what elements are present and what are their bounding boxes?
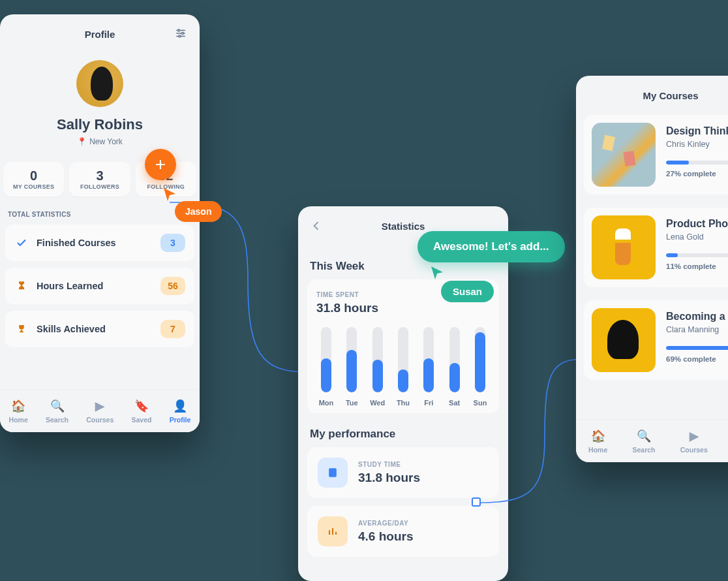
svg-point-5 [179,35,181,37]
tab-search[interactable]: 🔍Search [632,429,655,454]
progress-percent-label: 27% complete [666,170,728,178]
avatar[interactable] [76,60,123,107]
bar-fri[interactable]: Fri [419,327,438,407]
tab-courses[interactable]: ▶Courses [86,399,114,424]
bar-label: Wed [370,399,385,407]
bar-label: Sat [449,399,460,407]
stat-row-hours-learned[interactable]: Hours Learned 56 [5,268,194,304]
my-courses-screen: My Courses Design ThinkingChris Kinley27… [576,76,728,462]
home-icon: 🏠 [11,399,25,413]
cursor-icon [162,187,177,202]
course-author: Chris Kinley [666,140,728,149]
course-title: Becoming a Photographer [666,311,728,322]
comment-bubble[interactable]: Awesome! Let's add... [417,231,565,262]
course-row[interactable]: Product PhotographyLena Gold11% complete [584,208,728,287]
bar-chart-icon [318,516,348,546]
course-thumbnail [592,308,656,372]
course-title: Product Photography [666,218,728,230]
home-icon: 🏠 [591,429,605,443]
perf-row-average-day[interactable]: AVERAGE/DAY 4.6 hours [307,506,499,557]
bar-fill [423,358,434,392]
bookmark-icon: 🔖 [134,399,149,413]
courses-header: My Courses [576,76,728,115]
profile-header: Profile [0,14,200,54]
bar-mon[interactable]: Mon [316,327,336,407]
tab-saved[interactable]: 🔖Saved [132,399,152,424]
page-title: Statistics [382,221,425,232]
weekly-bar-chart: MonTueWedThuFriSatSun [316,328,490,407]
bar-wed[interactable]: Wed [368,327,387,407]
page-title: My Courses [643,90,698,101]
bar-label: Tue [346,399,358,407]
bar-track [372,327,383,392]
perf-row-study-time[interactable]: STUDY TIME 31.8 hours [307,447,499,498]
bar-fill [449,363,460,392]
time-spent-value: 31.8 hours [316,301,490,315]
play-icon: ▶ [690,429,699,443]
plus-icon: + [155,155,166,174]
stat-row-finished-courses[interactable]: Finished Courses 3 [5,225,194,261]
tab-courses[interactable]: ▶Courses [680,429,708,454]
section-title-my-performance: My performance [310,428,496,441]
tab-profile[interactable]: 👤Profile [170,399,191,424]
course-title: Design Thinking [666,125,728,137]
connector-line [170,202,313,379]
add-button[interactable]: + [145,149,176,180]
course-thumbnail [592,123,656,187]
back-arrow-icon[interactable] [310,219,323,235]
bar-thu[interactable]: Thu [393,327,413,407]
progress-track [666,161,728,165]
hourglass-icon [14,280,29,292]
tab-bar: 🏠Home 🔍Search ▶Courses 🔖Saved [576,419,728,462]
bar-track [398,327,408,392]
progress-track [666,346,728,350]
svg-point-3 [178,29,180,31]
search-icon: 🔍 [637,429,651,443]
book-icon [318,458,348,488]
course-thumbnail [592,215,656,279]
progress-fill [666,253,678,257]
progress-fill [666,161,689,165]
bar-label: Thu [397,399,410,407]
collaborator-cursor-susan: Awesome! Let's add... Susan [417,231,565,262]
stat-my-courses[interactable]: 0 MY COURSES [3,162,64,196]
bar-track [449,327,460,392]
svg-point-4 [182,33,184,35]
courses-list: Design ThinkingChris Kinley27% completeP… [576,115,728,380]
collaborator-name-label: Susan [441,281,494,302]
bar-tue[interactable]: Tue [342,327,361,407]
bar-track [423,327,434,392]
connector-line [479,359,590,509]
progress-track [666,253,728,257]
settings-sliders-icon[interactable] [175,27,187,42]
play-icon: ▶ [95,399,104,413]
progress-percent-label: 69% complete [666,355,728,363]
course-row[interactable]: Design ThinkingChris Kinley27% complete [584,115,728,195]
bar-fill [372,360,383,392]
cursor-icon [429,265,445,281]
course-row[interactable]: Becoming a PhotographerClara Manning69% … [584,300,728,380]
bar-track [321,327,331,392]
statistics-screen: Statistics This Week TIME SPENT 31.8 hou… [298,206,508,581]
bar-sat[interactable]: Sat [445,327,464,407]
check-icon [14,237,29,249]
bar-fill [398,369,408,392]
tab-home[interactable]: 🏠Home [9,399,28,424]
selection-handle[interactable] [472,497,481,507]
tab-home[interactable]: 🏠Home [588,429,607,454]
search-icon: 🔍 [50,399,65,413]
stat-row-skills-achieved[interactable]: Skills Achieved 7 [5,311,194,347]
collaborator-name-label: Jason [175,201,222,222]
user-location: 📍 New York [77,137,123,146]
bar-fill [346,350,357,392]
trophy-icon [14,323,29,335]
profile-identity: Sally Robins 📍 New York [0,60,200,146]
bar-label: Mon [319,399,334,407]
progress-percent-label: 11% complete [666,262,728,270]
bar-track [346,327,357,392]
progress-fill [666,346,728,350]
stat-followers[interactable]: 3 FOLLOWERS [69,162,130,196]
course-author: Lena Gold [666,232,728,242]
tab-search[interactable]: 🔍Search [46,399,68,424]
svg-rect-6 [329,468,337,477]
